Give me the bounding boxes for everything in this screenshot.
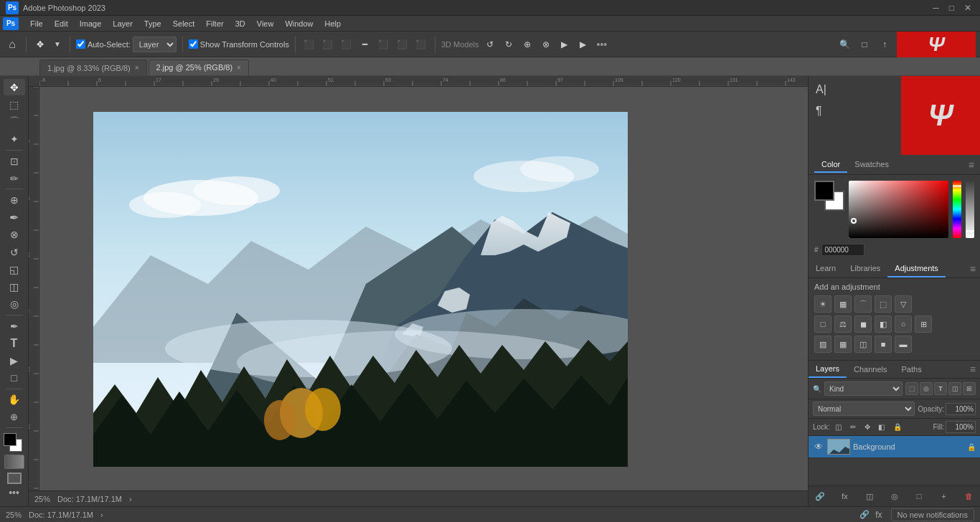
move-tool-icon[interactable]: ✥ <box>32 37 48 52</box>
eyedropper-tool-btn[interactable]: ✏ <box>4 170 25 186</box>
layer-link-btn[interactable]: 🔗 <box>813 489 827 503</box>
adjustments-tab[interactable]: Adjustments <box>887 260 946 277</box>
align-left-icon[interactable]: ⬛ <box>301 37 317 52</box>
colorlookup-adj-btn[interactable]: ⊞ <box>915 315 932 333</box>
filter-adj-icon[interactable]: ◎ <box>920 382 933 395</box>
colorbalance-adj-btn[interactable]: ⚖ <box>834 315 852 333</box>
posterize-adj-btn[interactable]: ▦ <box>834 336 852 353</box>
hsl-adj-btn[interactable]: □ <box>814 315 831 333</box>
menu-item-edit[interactable]: Edit <box>49 18 74 29</box>
align-middle-icon[interactable]: ⬛ <box>376 37 392 52</box>
shape-tool-btn[interactable]: □ <box>4 370 25 386</box>
curves-adj-btn[interactable]: ⌒ <box>854 295 872 313</box>
color-alpha-strip[interactable] <box>966 181 974 238</box>
foreground-color-swatch[interactable] <box>814 181 834 201</box>
lock-transparent-icon[interactable]: ◫ <box>833 422 844 433</box>
close-button[interactable]: ✕ <box>960 3 976 13</box>
zoom-tool-btn[interactable]: ⊕ <box>4 409 25 425</box>
menu-item-layer[interactable]: Layer <box>107 18 138 29</box>
bw-adj-btn[interactable]: ◼ <box>854 315 872 333</box>
lock-position-icon[interactable]: ✥ <box>862 422 873 433</box>
move-tool-btn[interactable]: ✥ <box>4 79 25 95</box>
tab-close-1[interactable]: × <box>237 64 241 72</box>
layers-list[interactable]: 👁 Background 🔒 <box>809 436 980 485</box>
selective-adj-btn[interactable]: ▬ <box>895 336 912 353</box>
auto-select-checkbox[interactable] <box>76 39 85 49</box>
pen-tool-btn[interactable]: ✒ <box>4 318 25 334</box>
move-options-btn[interactable]: ▼ <box>51 39 64 49</box>
dodge-tool-btn[interactable]: ◎ <box>4 296 25 313</box>
align-top-icon[interactable]: ━ <box>357 37 373 52</box>
layers-tab[interactable]: Layers <box>809 361 847 378</box>
photofilter-adj-btn[interactable]: ◧ <box>875 315 892 333</box>
brightness-adj-btn[interactable]: ☀ <box>814 295 831 313</box>
screen-mode-btn[interactable] <box>7 473 22 484</box>
lock-all-icon[interactable]: 🔒 <box>892 422 903 433</box>
hex-input[interactable] <box>821 244 864 256</box>
channelmixer-adj-btn[interactable]: ○ <box>895 315 912 333</box>
crop-tool-btn[interactable]: ⊡ <box>4 153 25 169</box>
layer-item-background[interactable]: 👁 Background 🔒 <box>809 436 980 458</box>
menu-item-window[interactable]: Window <box>279 18 319 29</box>
filter-shape-icon[interactable]: ◫ <box>948 382 961 395</box>
exposure-adj-btn[interactable]: ⬚ <box>875 295 892 313</box>
gradientmap-adj-btn[interactable]: ■ <box>875 336 892 353</box>
layer-kind-filter[interactable]: Kind Name Effect <box>824 381 903 396</box>
layer-visibility-eye[interactable]: 👁 <box>813 441 824 452</box>
maximize-button[interactable]: □ <box>945 3 958 13</box>
layer-adj-btn[interactable]: ◎ <box>887 489 902 503</box>
more-tools-btn[interactable]: ••• <box>4 485 24 503</box>
menu-item-filter[interactable]: Filter <box>200 18 229 29</box>
filter-type-icon[interactable]: T <box>934 382 947 395</box>
smart-filters-btn[interactable]: fx <box>875 510 882 520</box>
canvas-area[interactable]: -661729405163748697109120131143 61729405… <box>29 76 808 506</box>
align-bottom-icon[interactable]: ⬛ <box>395 37 410 52</box>
link-layers-btn[interactable]: 🔗 <box>859 510 870 519</box>
menu-item-select[interactable]: Select <box>167 18 201 29</box>
hand-tool-btn[interactable]: ✋ <box>4 392 25 408</box>
lasso-tool-btn[interactable]: ⌒ <box>4 114 25 130</box>
stamp-tool-btn[interactable]: ⊗ <box>4 227 25 243</box>
opacity-input[interactable] <box>946 403 976 415</box>
filter-smartobj-icon[interactable]: ⊞ <box>963 382 976 395</box>
3d-icon-6[interactable]: ▶ <box>575 37 591 52</box>
menu-item-file[interactable]: File <box>24 18 49 29</box>
invert-adj-btn[interactable]: ▨ <box>814 336 831 353</box>
libraries-tab[interactable]: Libraries <box>843 260 887 277</box>
threshold-adj-btn[interactable]: ◫ <box>854 336 872 353</box>
align-right-icon[interactable]: ⬛ <box>339 37 354 52</box>
menu-item-image[interactable]: Image <box>74 18 108 29</box>
home-icon[interactable]: ⌂ <box>4 37 20 52</box>
3d-icon-3[interactable]: ⊕ <box>519 37 535 52</box>
menu-item-help[interactable]: Help <box>319 18 347 29</box>
layer-group-btn[interactable]: □ <box>912 489 926 503</box>
3d-icon-1[interactable]: ↺ <box>482 37 498 52</box>
canvas-viewport[interactable] <box>50 98 808 501</box>
distribute-icon[interactable]: ⬛ <box>413 37 429 52</box>
layer-mask-btn[interactable]: ◫ <box>862 489 877 503</box>
screen-mode-icon[interactable] <box>7 473 22 484</box>
adj-panel-options[interactable]: ≡ <box>966 260 980 277</box>
history-brush-btn[interactable]: ↺ <box>4 244 25 260</box>
tab-0[interactable]: 1.jpg @ 8.33% (RGB/8)× <box>39 60 147 75</box>
layers-options-icon[interactable]: ≡ <box>970 364 976 375</box>
lock-image-icon[interactable]: ✏ <box>847 422 859 433</box>
paragraph-icon[interactable]: A| <box>813 80 897 99</box>
vibrance-adj-btn[interactable]: ▽ <box>895 295 912 313</box>
tab-1[interactable]: 2.jpg @ 25% (RGB/8)× <box>149 60 249 75</box>
eraser-tool-btn[interactable]: ◱ <box>4 261 25 277</box>
search-icon[interactable]: 🔍 <box>837 37 852 52</box>
text-tool-btn[interactable]: T <box>4 335 25 351</box>
workspace-icon[interactable]: □ <box>857 37 872 52</box>
transform-checkbox[interactable] <box>189 39 198 49</box>
new-layer-btn[interactable]: + <box>937 489 951 503</box>
3d-icon-4[interactable]: ⊗ <box>538 37 554 52</box>
swatches-tab[interactable]: Swatches <box>847 157 896 173</box>
blend-mode-dropdown[interactable]: Normal Multiply Screen Overlay <box>813 402 915 416</box>
delete-layer-btn[interactable]: 🗑 <box>961 489 976 503</box>
filter-pixel-icon[interactable]: ⬚ <box>905 382 918 395</box>
align-center-icon[interactable]: ⬛ <box>320 37 336 52</box>
fg-color-swatch[interactable] <box>4 433 17 446</box>
levels-adj-btn[interactable]: ▦ <box>834 295 852 313</box>
healing-tool-btn[interactable]: ⊕ <box>4 191 25 208</box>
